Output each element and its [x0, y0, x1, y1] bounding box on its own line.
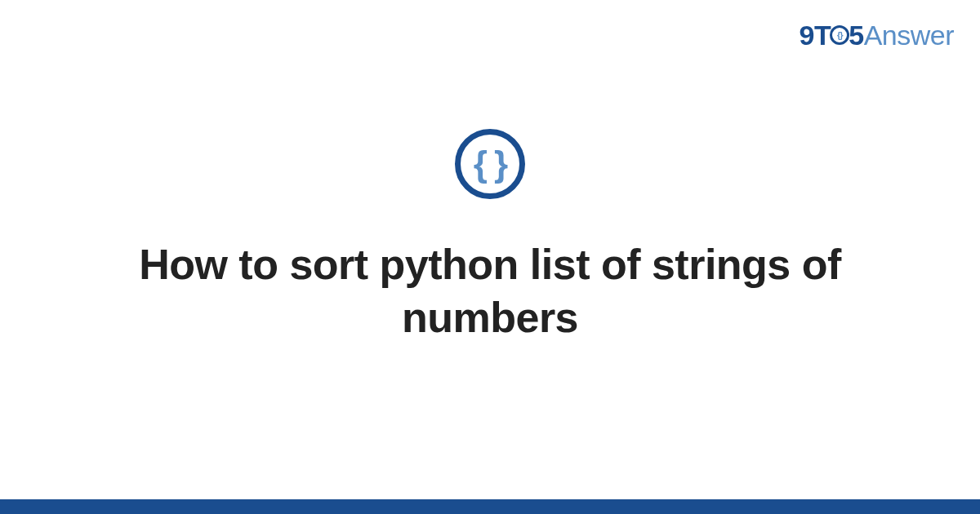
logo-text-5: 5	[849, 20, 863, 51]
logo-text-answer: Answer	[864, 20, 954, 51]
site-logo[interactable]: 9T5Answer	[800, 20, 954, 51]
main-content: { } How to sort python list of strings o…	[0, 0, 980, 514]
page-title: How to sort python list of strings of nu…	[82, 238, 898, 344]
logo-text-9t: 9T	[800, 20, 831, 51]
logo-braces-icon	[830, 25, 849, 45]
category-icon-circle: { }	[455, 129, 525, 199]
code-braces-icon: { }	[474, 146, 506, 182]
footer-accent-bar	[0, 499, 980, 514]
